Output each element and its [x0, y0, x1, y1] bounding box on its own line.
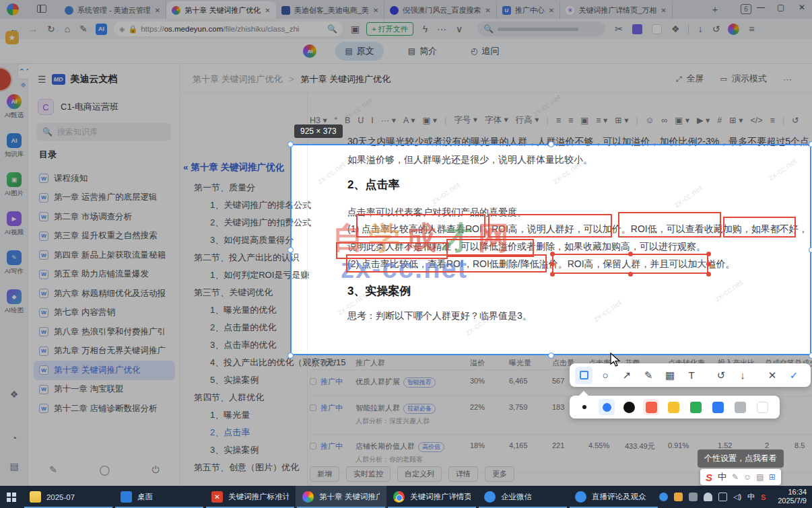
selection-handle[interactable]: [809, 353, 812, 359]
color-palette: [570, 396, 780, 419]
arrow-tool-icon[interactable]: ↗: [618, 367, 636, 384]
selection-handle[interactable]: [809, 141, 812, 147]
mouse-cursor: [609, 353, 621, 367]
app-tray-icon[interactable]: [674, 493, 683, 501]
ime-tool-icon[interactable]: ▤: [756, 472, 764, 482]
brush-size-dot[interactable]: [621, 399, 637, 415]
wework-tray-icon[interactable]: [659, 493, 668, 501]
color-swatch[interactable]: [665, 399, 681, 415]
start-button[interactable]: [0, 486, 23, 508]
dot: [623, 402, 635, 413]
selection-handle[interactable]: [548, 141, 554, 147]
redx-taskbar-icon: ✕: [211, 491, 223, 503]
download-tool-icon[interactable]: ↓: [734, 367, 751, 384]
annotation-toolbar: ○↗✎▦T↺↓✕✓: [570, 363, 811, 387]
wework-taskbar-icon: [575, 491, 586, 503]
taskbar-item[interactable]: 第十章 关键词推广...: [296, 486, 386, 508]
taskbar-item-label: 关键词推广详情页...: [410, 492, 471, 502]
ellipse-tool-icon[interactable]: ○: [597, 367, 614, 384]
taskbar-item-label: 桌面: [137, 492, 153, 502]
rect-glyph: [580, 371, 588, 379]
taskbar-item[interactable]: 直播评论及观众: [568, 486, 659, 508]
taskbar-item-label: 企业微信: [501, 492, 532, 502]
taskbar-item[interactable]: 2025-07: [23, 486, 114, 508]
close-tool-icon[interactable]: ✕: [764, 367, 781, 384]
wework-taskbar-icon: [484, 491, 496, 503]
rect-tool-icon[interactable]: [575, 367, 593, 384]
swatch: [668, 402, 679, 413]
confirm-tool-icon[interactable]: ✓: [785, 367, 803, 384]
color-swatch[interactable]: [732, 399, 748, 415]
taskbar-item-label: 2025-07: [46, 493, 75, 501]
capture-selection[interactable]: [290, 144, 811, 355]
microphone-tray-icon[interactable]: [704, 493, 712, 501]
system-tray: ◁) 中 S: [659, 486, 771, 508]
taskbar-item[interactable]: 关键词推广详情页...: [386, 486, 477, 508]
undo-tool-icon[interactable]: ↺: [712, 367, 730, 384]
taskbar-item-label: 第十章 关键词推广...: [319, 492, 380, 502]
dot: [582, 405, 586, 409]
color-swatch[interactable]: [643, 399, 659, 415]
screen: 系统管理 - 美迪云管理✕第十章 关键词推广优化✕美迪创客_美迪电商_美✕倪强澳…: [0, 0, 812, 508]
selection-size-label: 925 × 373: [294, 124, 343, 138]
taskbar-item[interactable]: 企业微信: [477, 486, 568, 508]
swatch: [712, 402, 724, 413]
color-swatch[interactable]: [754, 399, 770, 415]
text-tool-icon[interactable]: T: [683, 367, 700, 384]
taskbar: 2025-07桌面✕关键词推广标准计...第十章 关键词推广...关键词推广详情…: [0, 486, 812, 508]
selection-handle[interactable]: [287, 247, 294, 253]
mosaic-tool-icon[interactable]: ▦: [661, 367, 679, 384]
taskbar-item[interactable]: ✕关键词推广标准计...: [205, 486, 296, 508]
dim-overlay-left: [0, 145, 291, 355]
sogou-tray-icon[interactable]: S: [761, 493, 766, 501]
ime-mode-chinese[interactable]: 中: [718, 471, 726, 483]
taskbar-items: 2025-07桌面✕关键词推广标准计...第十章 关键词推广...关键词推广详情…: [23, 486, 659, 508]
taskbar-clock[interactable]: 16:34 2025/7/9: [771, 486, 812, 508]
selection-handle[interactable]: [287, 353, 294, 359]
ime-tool-icon[interactable]: ✎: [732, 472, 739, 482]
swatch: [757, 402, 768, 413]
brush-size-dot[interactable]: [599, 399, 615, 415]
swatch: [646, 402, 657, 413]
volume-icon[interactable]: ◁): [733, 493, 741, 501]
folder-taskbar-icon: [30, 491, 41, 503]
desktop-taskbar-icon: [121, 491, 132, 503]
chrome-taskbar-icon: [393, 491, 405, 503]
selection-handle[interactable]: [809, 247, 812, 253]
ime-tooltip[interactable]: 个性设置，点我看看: [698, 449, 784, 468]
taskbar-item-label: 直播评论及观众: [592, 492, 646, 502]
pen-tool-icon[interactable]: ✎: [640, 367, 657, 384]
selection-handle[interactable]: [287, 141, 294, 147]
brush-size-dot[interactable]: [576, 399, 593, 415]
ime-tool-icon[interactable]: ☺: [743, 472, 751, 482]
ime-mode-tray[interactable]: 中: [747, 492, 755, 502]
swatch: [735, 402, 746, 413]
color-swatch[interactable]: [710, 399, 726, 415]
shield-tray-icon[interactable]: [689, 493, 698, 501]
ai-taskbar-icon: [302, 491, 314, 503]
ime-bar[interactable]: S 中 ✎☺▤⊞: [700, 469, 781, 485]
dim-overlay-top: [0, 0, 812, 145]
sogou-logo-icon: S: [706, 472, 712, 483]
ime-tool-icon[interactable]: ⊞: [769, 472, 776, 482]
selection-handle[interactable]: [548, 353, 554, 359]
taskbar-item[interactable]: 桌面: [114, 486, 205, 508]
taskbar-item-label: 关键词推广标准计...: [228, 492, 289, 502]
color-swatch[interactable]: [687, 399, 704, 415]
display-tray-icon[interactable]: [718, 493, 727, 501]
swatch: [690, 402, 702, 413]
dot: [603, 403, 611, 412]
